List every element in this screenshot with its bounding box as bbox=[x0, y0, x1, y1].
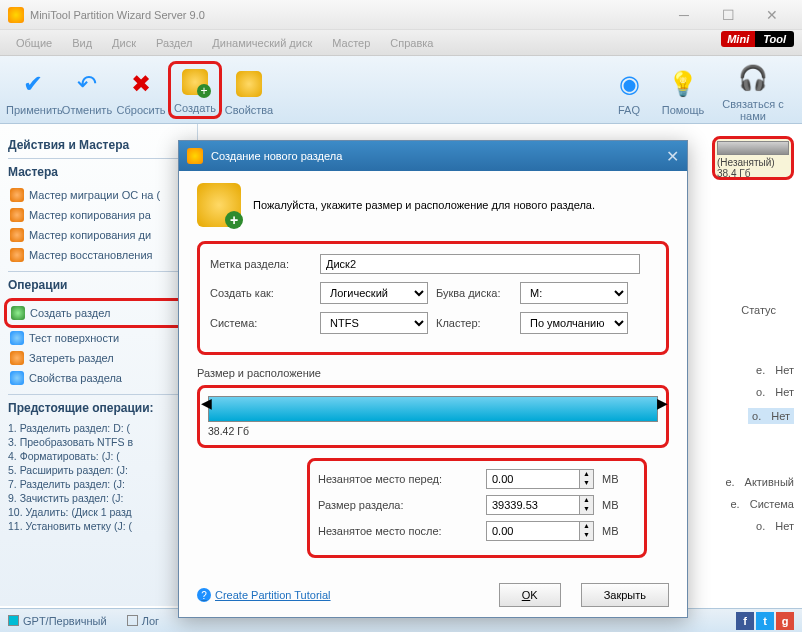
facebook-icon[interactable]: f bbox=[736, 612, 754, 630]
cancel-button[interactable]: Закрыть bbox=[581, 583, 669, 607]
op-wipe[interactable]: Затереть раздел bbox=[8, 348, 189, 368]
disk-bar bbox=[717, 141, 789, 155]
table-row: о.Нет bbox=[756, 386, 794, 398]
table-row: о.Нет bbox=[756, 520, 794, 532]
undo-button[interactable]: ↶Отменить bbox=[60, 64, 114, 116]
label-partition-label: Метка раздела: bbox=[210, 258, 312, 270]
sidebar-heading-pending: Предстоящие операции: bbox=[8, 401, 189, 415]
disk-tile-unallocated[interactable]: (Незанятый) 38.4 Гб bbox=[712, 136, 794, 180]
ok-button[interactable]: OK bbox=[499, 583, 561, 607]
db-plus-icon: + bbox=[179, 66, 211, 98]
help-button[interactable]: 💡Помощь bbox=[656, 64, 710, 116]
op-create-partition[interactable]: Создать раздел bbox=[9, 303, 184, 323]
menu-partition[interactable]: Раздел bbox=[146, 33, 202, 53]
undo-icon: ↶ bbox=[71, 68, 103, 100]
menu-disk[interactable]: Диск bbox=[102, 33, 146, 53]
dialog-titlebar[interactable]: Создание нового раздела ✕ bbox=[179, 141, 687, 171]
label-space-after: Незанятое место после: bbox=[318, 525, 478, 537]
slider-handle-right[interactable]: ▶ bbox=[657, 395, 665, 411]
test-icon bbox=[10, 331, 24, 345]
props-icon bbox=[10, 371, 24, 385]
brand-logo: Mini Tool bbox=[721, 31, 794, 47]
wizard-copy-disk[interactable]: Мастер копирования ди bbox=[8, 225, 189, 245]
menu-view[interactable]: Вид bbox=[62, 33, 102, 53]
drive-letter-select[interactable]: M: bbox=[520, 282, 628, 304]
pending-2[interactable]: 3. Преобразовать NTFS в bbox=[8, 435, 189, 449]
op-surface-test[interactable]: Тест поверхности bbox=[8, 328, 189, 348]
apply-button[interactable]: ✔Применить bbox=[6, 64, 60, 116]
maximize-button[interactable]: ☐ bbox=[706, 0, 750, 30]
wizard-recovery[interactable]: Мастер восстановления bbox=[8, 245, 189, 265]
lifebuoy-icon: ◉ bbox=[613, 68, 645, 100]
space-before-input[interactable] bbox=[486, 469, 580, 489]
pending-1[interactable]: 1. Разделить раздел: D: ( bbox=[8, 421, 189, 435]
create-as-select[interactable]: Логический bbox=[320, 282, 428, 304]
op-props[interactable]: Свойства раздела bbox=[8, 368, 189, 388]
menu-general[interactable]: Общие bbox=[6, 33, 62, 53]
pending-3[interactable]: 4. Форматировать: (J: ( bbox=[8, 449, 189, 463]
toolbar: ✔Применить ↶Отменить ✖Сбросить +Создать … bbox=[0, 56, 802, 124]
spinner-arrows[interactable]: ▲▼ bbox=[580, 521, 594, 541]
column-status: Статус bbox=[741, 304, 776, 316]
wipe-icon bbox=[10, 351, 24, 365]
table-row: е.Активный bbox=[725, 476, 794, 488]
social-links: f t g bbox=[736, 612, 794, 630]
minimize-button[interactable]: ─ bbox=[662, 0, 706, 30]
title-bar: MiniTool Partition Wizard Server 9.0 ─ ☐… bbox=[0, 0, 802, 30]
label-create-as: Создать как: bbox=[210, 287, 312, 299]
pending-7[interactable]: 10. Удалить: (Диск 1 разд bbox=[8, 505, 189, 519]
legend-log-icon bbox=[127, 615, 138, 626]
slider-size-label: 38.42 Гб bbox=[208, 425, 658, 437]
partition-params-group: Метка раздела: Создать как: Логический Б… bbox=[197, 241, 669, 355]
wizard-copy-part[interactable]: Мастер копирования ра bbox=[8, 205, 189, 225]
cross-icon: ✖ bbox=[125, 68, 157, 100]
reset-button[interactable]: ✖Сбросить bbox=[114, 64, 168, 116]
wizard-migrate[interactable]: Мастер миграции ОС на ( bbox=[8, 185, 189, 205]
table-row-selected[interactable]: о.Нет bbox=[748, 408, 794, 424]
contact-button[interactable]: 🎧Связаться с нами bbox=[710, 58, 796, 122]
wizard-icon bbox=[10, 228, 24, 242]
filesystem-select[interactable]: NTFS bbox=[320, 312, 428, 334]
menu-help[interactable]: Справка bbox=[380, 33, 443, 53]
spinner-arrows[interactable]: ▲▼ bbox=[580, 495, 594, 515]
spinner-arrows[interactable]: ▲▼ bbox=[580, 469, 594, 489]
slider-handle-left[interactable]: ◀ bbox=[201, 395, 209, 411]
window-title: MiniTool Partition Wizard Server 9.0 bbox=[30, 9, 662, 21]
app-icon bbox=[8, 7, 24, 23]
dialog-subtitle: Пожалуйста, укажите размер и расположени… bbox=[253, 199, 595, 211]
dialog-title: Создание нового раздела bbox=[211, 150, 342, 162]
props-button[interactable]: Свойства bbox=[222, 64, 276, 116]
size-slider-group: ◀ ▶ 38.42 Гб bbox=[197, 385, 669, 448]
partition-size-input[interactable] bbox=[486, 495, 580, 515]
check-icon: ✔ bbox=[17, 68, 49, 100]
sidebar: Действия и Мастера Мастера Мастер миграц… bbox=[0, 124, 198, 606]
partition-label-input[interactable] bbox=[320, 254, 640, 274]
create-button[interactable]: +Создать bbox=[168, 61, 222, 119]
menu-wizard[interactable]: Мастер bbox=[322, 33, 380, 53]
create-partition-dialog: Создание нового раздела ✕ Пожалуйста, ук… bbox=[178, 140, 688, 618]
sidebar-heading-actions: Действия и Мастера bbox=[8, 138, 189, 152]
menu-bar: Общие Вид Диск Раздел Динамический диск … bbox=[0, 30, 802, 56]
pending-6[interactable]: 9. Зачистить раздел: (J: bbox=[8, 491, 189, 505]
table-row: е.Система bbox=[731, 498, 795, 510]
gplus-icon[interactable]: g bbox=[776, 612, 794, 630]
space-after-input[interactable] bbox=[486, 521, 580, 541]
twitter-icon[interactable]: t bbox=[756, 612, 774, 630]
dialog-close-icon[interactable]: ✕ bbox=[666, 147, 679, 166]
cluster-select[interactable]: По умолчанию bbox=[520, 312, 628, 334]
plus-icon bbox=[11, 306, 25, 320]
menu-dynamic[interactable]: Динамический диск bbox=[202, 33, 322, 53]
label-space-before: Незанятое место перед: bbox=[318, 473, 478, 485]
pending-5[interactable]: 7. Разделить раздел: (J: bbox=[8, 477, 189, 491]
pending-4[interactable]: 5. Расширить раздел: (J: bbox=[8, 463, 189, 477]
pending-8[interactable]: 11. Установить метку (J: ( bbox=[8, 519, 189, 533]
close-button[interactable]: ✕ bbox=[750, 0, 794, 30]
partition-slider[interactable]: ◀ ▶ bbox=[208, 396, 658, 422]
label-filesystem: Система: bbox=[210, 317, 312, 329]
tutorial-link[interactable]: ?Create Partition Tutorial bbox=[197, 588, 331, 602]
wizard-icon bbox=[10, 248, 24, 262]
sidebar-heading-ops: Операции bbox=[8, 278, 189, 292]
faq-button[interactable]: ◉FAQ bbox=[602, 64, 656, 116]
wizard-icon bbox=[10, 208, 24, 222]
wizard-icon bbox=[10, 188, 24, 202]
